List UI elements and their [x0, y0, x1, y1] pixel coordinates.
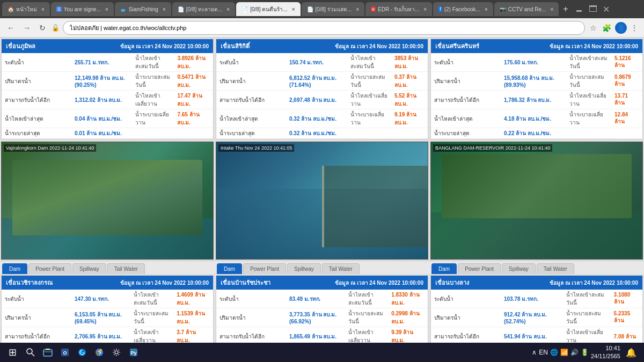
- tab-label: SiamFishing: [129, 6, 158, 12]
- dam-camera-grid: Vajiralongkorn Dam 2022-11-24 10:41:40 I…: [0, 141, 644, 261]
- dam6-table: ระดับน้ำ103.78 ม.รทก.น้ำไหลเข้าสะสมวันนี…: [431, 290, 642, 346]
- dam1-info-block: เขื่อนภูมิพล ข้อมูล ณ เวลา 24 Nov 2022 1…: [1, 39, 214, 139]
- network-icon[interactable]: 🌐: [550, 349, 558, 356]
- wifi-icon[interactable]: 📶: [560, 349, 568, 356]
- table-row: สามารถรับน้ำได้อีก1,312.02 ล้าน ลบ.ม.น้ำ…: [2, 91, 213, 109]
- table-row: ปริมาตรน้ำ12,149.98 ล้าน ลบ.ม. (90.25%)น…: [2, 72, 213, 91]
- tab-facebook[interactable]: f (2) Facebook... ×: [433, 2, 493, 16]
- dam2-header: เขื่อนสิริกิติ์ ข้อมูล ณ เวลา 24 Nov 202…: [216, 39, 428, 53]
- table-row: ระดับน้ำ147.30 ม.รทก.น้ำไหลเข้าสะสมวันนี…: [2, 290, 213, 308]
- dam1-table: ระดับน้ำ255.71 ม.รทก.น้ำไหลเข้าสะสมวันนี…: [2, 53, 213, 139]
- taskbar-python-icon[interactable]: Py: [126, 345, 141, 360]
- tab-close-btn[interactable]: ×: [105, 6, 108, 12]
- dam3-tab-dam[interactable]: Dam: [431, 263, 457, 274]
- dam-tabs-grid-top: Dam Power Plant Spillway Tail Water Dam …: [0, 261, 644, 274]
- tab-label: [0/8] ร่วมแสด...: [316, 5, 352, 13]
- tab-close-btn[interactable]: ×: [292, 6, 295, 12]
- dam2-timestamp: ข้อมูล ณ เวลา 24 Nov 2022 10:00:00: [335, 42, 423, 50]
- dam2-tab-powerplant[interactable]: Power Plant: [243, 263, 286, 274]
- dam3-header: เขื่อนศรีนครินทร์ ข้อมูล ณ เวลา 24 Nov 2…: [431, 39, 642, 53]
- table-row: น้ำไหลเข้าล่าสุด4.18 ล้าน ลบ.ม./ชม.น้ำระ…: [431, 109, 642, 128]
- dam5-header: เขื่อนบ้านรัชประชา ข้อมูล ณ เวลา 24 Nov …: [216, 276, 428, 290]
- dam5-table: ระดับน้ำ83.49 ม.รทก.น้ำไหลเข้าสะสมวันนี้…: [216, 290, 428, 346]
- profile-icon[interactable]: 👤: [615, 22, 627, 34]
- tab-close-btn[interactable]: ×: [163, 6, 166, 12]
- lock-icon: 🔓: [52, 24, 60, 32]
- dam3-info-block: เขื่อนศรีนครินทร์ ข้อมูล ณ เวลา 24 Nov 2…: [430, 39, 643, 139]
- forward-button[interactable]: →: [20, 22, 33, 34]
- battery-icon: 🔋: [581, 349, 589, 356]
- tab-close-btn[interactable]: ×: [550, 6, 553, 12]
- close-btn[interactable]: ✕: [601, 4, 612, 14]
- address-bar[interactable]: [63, 21, 585, 35]
- tab-0-8-1[interactable]: 📄 [0/8] ทะลายด... ×: [172, 2, 235, 16]
- dam6-name: เขื่อนบางลาง: [435, 278, 469, 287]
- cam1-timestamp: Vajiralongkorn Dam 2022-11-24 10:41:40: [4, 144, 96, 152]
- extensions-icon[interactable]: 🧩: [601, 22, 613, 34]
- dam1-tab-powerplant[interactable]: Power Plant: [28, 263, 71, 274]
- tab-new-tab[interactable]: 🏠 หน้าใหม่ ×: [2, 2, 50, 16]
- table-row: ระดับน้ำ83.49 ม.รทก.น้ำไหลเข้าสะสมวันนี้…: [216, 290, 428, 308]
- dam6-timestamp: ข้อมูล ณ เวลา 24 Nov 2022 10:00:00: [550, 279, 638, 287]
- dam-info-grid-top: เขื่อนภูมิพล ข้อมูล ณ เวลา 24 Nov 2022 1…: [0, 38, 644, 141]
- svg-text:Py: Py: [130, 350, 136, 356]
- tab-label: [0/8] คนดื่นร้า...: [250, 5, 288, 13]
- dam2-tab-bar: Dam Power Plant Spillway Tail Water: [215, 261, 429, 274]
- table-row: ระดับน้ำ255.71 ม.รทก.น้ำไหลเข้าสะสมวันนี…: [2, 53, 213, 72]
- minimize-btn[interactable]: 🗕: [573, 4, 586, 14]
- tab-signed[interactable]: S You are signe... ×: [51, 2, 114, 16]
- table-row: ปริมาตรน้ำ3,773.35 ล้าน ลบ.ม. (66.92%)น้…: [216, 308, 428, 327]
- menu-icon[interactable]: ⋮: [629, 22, 640, 34]
- tab-cctv[interactable]: 📷 CCTV and Re... ×: [494, 2, 559, 16]
- table-row: น้ำระบายล่าสุด0.22 ล้าน ลบ.ม./ชม.: [431, 128, 642, 139]
- cam1-block: Vajiralongkorn Dam 2022-11-24 10:41:40: [1, 142, 214, 260]
- notifications-icon[interactable]: 🔔: [623, 348, 640, 358]
- taskbar-edge-icon[interactable]: [75, 345, 90, 360]
- taskbar-chrome-icon[interactable]: [92, 345, 107, 360]
- taskbar-settings-icon[interactable]: [109, 345, 124, 360]
- table-row: ปริมาตรน้ำ912.42 ล้าน ลบ.ม. (52.74%)น้ำร…: [431, 308, 642, 327]
- taskbar-office-icon[interactable]: O: [57, 345, 72, 360]
- maximize-btn[interactable]: 🗖: [587, 4, 599, 14]
- tab-active[interactable]: 📄 [0/8] คนดื่นร้า... ×: [236, 2, 300, 16]
- tab-close-btn[interactable]: ×: [485, 6, 488, 12]
- tab-close-btn[interactable]: ×: [423, 6, 427, 12]
- new-tab-button[interactable]: +: [560, 4, 571, 14]
- dam2-tab-dam[interactable]: Dam: [217, 263, 242, 274]
- dam4-header: เขื่อนวชิราลงกรณ ข้อมูล ณ เวลา 24 Nov 20…: [2, 276, 213, 290]
- dam2-tab-spillway[interactable]: Spillway: [287, 263, 321, 274]
- dam4-info-block: เขื่อนวชิราลงกรณ ข้อมูล ณ เวลา 24 Nov 20…: [1, 275, 214, 346]
- taskbar-explorer-icon[interactable]: [40, 345, 55, 360]
- dam1-tab-spillway[interactable]: Spillway: [72, 263, 106, 274]
- dam3-tab-powerplant[interactable]: Power Plant: [458, 263, 501, 274]
- tab-edr[interactable]: e EDR - รับเก็บหา... ×: [365, 2, 432, 16]
- tray-arrow-icon[interactable]: ∧: [532, 349, 537, 356]
- system-tray: ∧ EN 🌐 📶 🔊 🔋: [532, 349, 589, 356]
- dam3-tab-spillway[interactable]: Spillway: [502, 263, 536, 274]
- taskbar-search-icon[interactable]: [23, 345, 38, 360]
- tab-siamfishing[interactable]: 🐟 SiamFishing ×: [115, 2, 171, 16]
- back-button[interactable]: ←: [4, 22, 17, 34]
- bookmark-star-icon[interactable]: ☆: [588, 22, 598, 34]
- dam1-tab-tailwater[interactable]: Tail Water: [107, 263, 145, 274]
- dam4-timestamp: ข้อมูล ณ เวลา 24 Nov 2022 10:00:00: [120, 279, 209, 287]
- reload-button[interactable]: ↻: [36, 22, 48, 34]
- keyboard-icon: EN: [539, 349, 548, 356]
- dam2-tab-tailwater[interactable]: Tail Water: [322, 263, 360, 274]
- tab-close-btn[interactable]: ×: [356, 6, 359, 12]
- svg-point-0: [27, 349, 32, 354]
- tab-close-btn[interactable]: ×: [41, 6, 45, 12]
- dam3-name: เขื่อนศรีนครินทร์: [435, 41, 479, 51]
- dam1-tab-bar: Dam Power Plant Spillway Tail Water: [0, 261, 215, 274]
- tab-label: (2) Facebook...: [444, 6, 480, 12]
- dam3-tab-tailwater[interactable]: Tail Water: [537, 263, 574, 274]
- cam2-block: Intake Thu Nov 24 2022 10:41:05: [216, 142, 428, 260]
- volume-icon[interactable]: 🔊: [570, 349, 579, 356]
- start-button[interactable]: ⊞: [4, 344, 21, 360]
- tab-0-8-3[interactable]: 📄 [0/8] ร่วมแสด... ×: [302, 2, 364, 16]
- tab-favicon: 📷: [500, 6, 506, 12]
- svg-rect-2: [43, 350, 52, 356]
- tab-close-btn[interactable]: ×: [226, 6, 230, 12]
- dam1-tab-dam[interactable]: Dam: [2, 263, 27, 274]
- tab-label: หน้าใหม่: [16, 5, 37, 13]
